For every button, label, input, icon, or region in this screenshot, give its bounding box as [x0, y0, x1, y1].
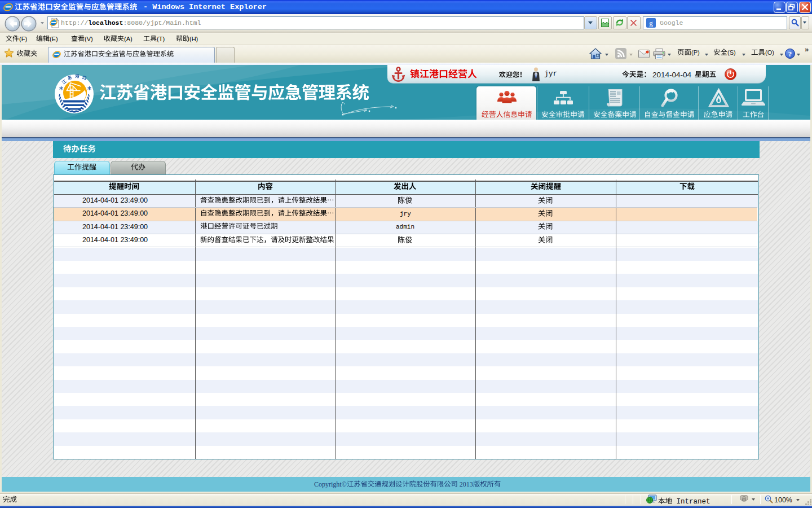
svg-text:?: ? — [788, 50, 792, 58]
svg-text:g: g — [649, 19, 653, 27]
